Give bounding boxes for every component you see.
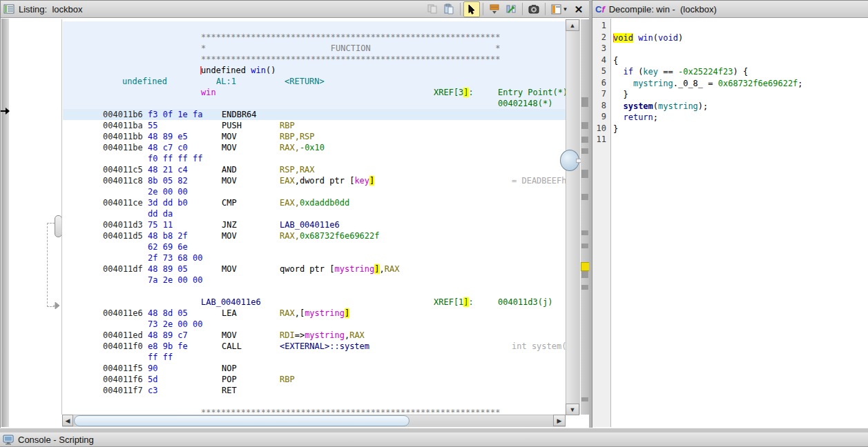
listing-line[interactable]: 00402148(*) — [63, 98, 566, 109]
code-token[interactable] — [613, 67, 623, 77]
code-token[interactable]: : — [469, 297, 474, 307]
clone-window-button[interactable]: ▼ — [548, 1, 570, 17]
listing-line[interactable]: 004011d548 b8 2fMOVRAX,0x68732f6e69622f — [63, 230, 566, 241]
marker-tick[interactable] — [581, 137, 588, 143]
listing-titlebar[interactable]: Listing: lockbox — [1, 1, 590, 18]
code-token[interactable]: RSP,RAX — [280, 165, 315, 175]
code-token[interactable]: LEA — [222, 308, 237, 318]
listing-line[interactable]: 004011ed48 89 c7MOVRDI=>mystring,RAX — [63, 330, 566, 341]
code-token[interactable]: dd da — [148, 209, 173, 219]
code-token[interactable]: MOV — [222, 176, 237, 186]
code-token[interactable]: JNZ — [222, 220, 237, 230]
code-token[interactable]: RAX — [280, 308, 295, 318]
code-token[interactable]: 2e 00 00 — [148, 187, 188, 197]
code-token[interactable]: 48 89 05 — [148, 264, 188, 274]
listing-line[interactable]: 004011c88b 05 82MOVEAX,dword ptr [key]= … — [63, 175, 566, 186]
marker-tick[interactable] — [581, 194, 588, 200]
listing-line[interactable]: dd da — [63, 208, 566, 219]
listing-line[interactable]: 004011f590NOP — [63, 363, 566, 374]
code-token[interactable]: } — [613, 124, 618, 134]
code-token[interactable]: RAX — [349, 330, 365, 340]
code-token[interactable]: mystring — [633, 79, 673, 88]
code-token[interactable]: 004011f5 — [103, 364, 143, 373]
code-token[interactable]: MOV — [222, 132, 237, 141]
listing-line[interactable] — [63, 286, 566, 297]
decompile-line[interactable]: if (key == -0x25224f23) { — [613, 66, 867, 78]
code-token[interactable]: 004011f7 — [103, 386, 143, 395]
code-token[interactable]: ff ff — [148, 352, 173, 362]
code-token[interactable]: ****************************************… — [201, 54, 500, 64]
listing-line[interactable]: 004011f7c3RET — [63, 385, 566, 396]
diff-view-button[interactable] — [503, 1, 519, 17]
code-token[interactable]: 48 89 e5 — [148, 132, 188, 141]
code-token[interactable]: void — [658, 33, 678, 43]
code-token[interactable] — [613, 79, 633, 88]
code-token[interactable]: c3 — [148, 386, 157, 395]
code-token[interactable]: ._0_8_ = — [673, 79, 718, 88]
marker-tick[interactable] — [581, 148, 588, 154]
listing-line[interactable]: 004011ba55PUSHRBP — [63, 120, 566, 131]
code-token[interactable]: if — [623, 67, 633, 77]
code-token[interactable]: ,[ — [295, 308, 305, 318]
code-token[interactable]: MOV — [222, 143, 237, 152]
code-token[interactable]: 48 b8 2f — [148, 231, 188, 241]
listing-line[interactable]: 004011be48 c7 c0MOVRAX,-0x10 — [63, 142, 566, 153]
scroll-down-button[interactable]: ▼ — [566, 404, 579, 415]
code-token[interactable]: RAX, — [280, 143, 300, 152]
marker-tick[interactable] — [581, 122, 588, 129]
listing-line[interactable]: 73 2e 00 00 — [63, 319, 566, 330]
code-token[interactable]: undefined — [122, 77, 167, 86]
code-token[interactable]: * FUNCTION * — [201, 43, 500, 53]
listing-line[interactable]: * FUNCTION * — [63, 43, 566, 54]
scroll-up-button[interactable]: ▲ — [566, 19, 579, 31]
code-token[interactable]: <RETURN> — [284, 77, 325, 86]
copy-button[interactable] — [424, 1, 441, 17]
code-token[interactable]: 48 89 c7 — [148, 330, 188, 340]
code-token[interactable]: 004011ba — [103, 121, 143, 130]
cursor-tool-button[interactable] — [463, 1, 480, 17]
listing-line[interactable] — [63, 396, 566, 407]
decompile-line[interactable]: { — [613, 55, 867, 67]
code-token[interactable]: ] — [463, 88, 468, 97]
code-token[interactable]: 0xdaddb0dd — [300, 198, 349, 208]
code-token[interactable]: MOV — [222, 264, 237, 274]
decompile-line[interactable]: } — [613, 89, 867, 101]
code-token[interactable]: LAB_004011e6 — [201, 297, 261, 307]
code-token[interactable]: 004011df — [103, 264, 143, 274]
listing-line[interactable]: undefinedAL:1<RETURN> — [63, 76, 566, 87]
code-token[interactable]: CALL — [222, 341, 242, 351]
snapshot-button[interactable] — [525, 1, 542, 17]
code-token[interactable]: 004011c5 — [103, 165, 143, 175]
code-token[interactable]: , — [380, 264, 385, 274]
code-token[interactable]: return — [623, 112, 653, 122]
listing-line[interactable]: 004011f0e8 9b feCALL<EXTERNAL>::systemin… — [63, 341, 566, 352]
code-token[interactable]: 48 8d 05 — [148, 308, 188, 318]
code-token[interactable]: 004011bb — [103, 132, 143, 141]
close-button[interactable]: ✕ — [570, 1, 587, 17]
code-token[interactable]: mystring — [305, 308, 345, 318]
code-token[interactable]: 00402148(*) — [498, 99, 552, 108]
code-token[interactable]: ] — [345, 308, 349, 318]
marker-margin[interactable] — [581, 19, 589, 415]
code-token[interactable]: LAB_004011e6 — [280, 220, 340, 230]
listing-code[interactable]: ****************************************… — [63, 32, 566, 415]
code-token[interactable]: RBP,RSP — [280, 132, 315, 141]
code-token[interactable]: e8 9b fe — [148, 341, 188, 351]
code-token[interactable]: 004011b6 — [103, 110, 143, 119]
code-token[interactable]: == — [658, 67, 678, 77]
code-token[interactable]: 8b 05 82 — [148, 176, 188, 186]
listing-line[interactable]: 004011e648 8d 05LEARAX,[mystring] — [63, 308, 566, 319]
code-token[interactable]: ,dword ptr [ — [295, 176, 355, 186]
code-token[interactable]: 004011f0 — [103, 341, 143, 351]
code-token[interactable]: win — [251, 66, 266, 75]
code-token[interactable]: f3 0f 1e fa — [148, 110, 202, 119]
marker-tick[interactable] — [581, 170, 588, 178]
code-token[interactable]: 75 11 — [148, 220, 173, 230]
code-token[interactable]: ); — [698, 101, 708, 111]
listing-line[interactable]: 004011d375 11JNZLAB_004011e6 — [63, 219, 566, 230]
code-token[interactable]: 004011f6 — [103, 375, 143, 384]
listing-line[interactable]: 004011b6f3 0f 1e faENDBR64 — [63, 109, 566, 120]
code-token[interactable]: ****************************************… — [201, 32, 500, 42]
code-token[interactable]: } — [613, 90, 628, 99]
code-token[interactable]: void — [613, 33, 633, 43]
